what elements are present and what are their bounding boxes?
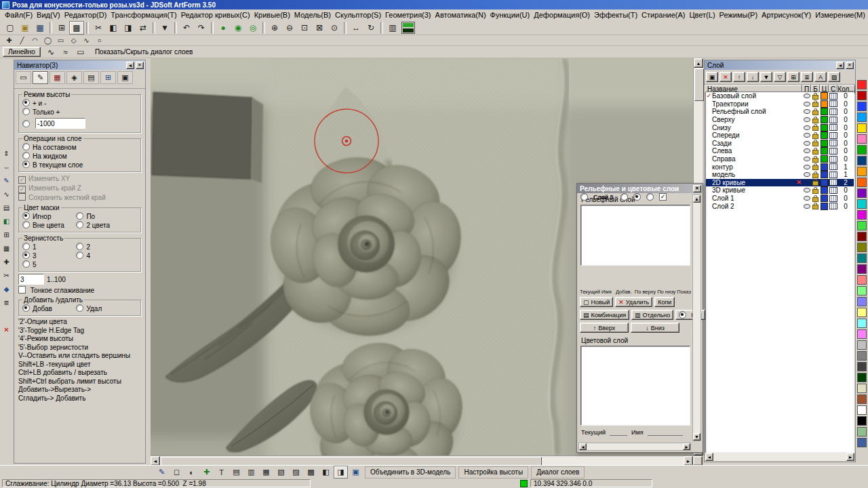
cut-tool-icon[interactable]: ✂ bbox=[1, 270, 13, 281]
copy-layer-button[interactable]: Копи bbox=[654, 297, 675, 307]
lock-icon[interactable] bbox=[812, 102, 818, 107]
bb-relief3-icon[interactable]: ▦ bbox=[259, 466, 273, 479]
zoom-in-icon[interactable]: ⊕ bbox=[267, 21, 282, 35]
layer-row[interactable]: ✓ 2D кривые ✕ 2 bbox=[706, 179, 854, 187]
layer-row[interactable]: ✓ Справа ✕ 0 bbox=[706, 155, 854, 163]
dock-icon[interactable]: ◄ bbox=[126, 62, 134, 69]
visibility-icon[interactable] bbox=[804, 125, 810, 130]
layer-grid-icon[interactable] bbox=[829, 163, 837, 170]
menu-item[interactable]: Кривые(B) bbox=[252, 10, 292, 20]
point-icon[interactable]: ● bbox=[216, 21, 231, 35]
layer-row[interactable]: ✓ Слева ✕ 0 bbox=[706, 147, 854, 155]
lock-icon[interactable] bbox=[812, 189, 818, 194]
layer-color-chip[interactable] bbox=[821, 124, 828, 131]
height-mode-option[interactable]: + и - bbox=[22, 99, 137, 108]
palette-color[interactable] bbox=[857, 362, 867, 371]
relief-layer-listbox[interactable] bbox=[580, 205, 690, 266]
layer-grid-icon[interactable] bbox=[829, 195, 837, 202]
palette-color[interactable] bbox=[857, 232, 867, 241]
visibility-icon[interactable] bbox=[804, 117, 810, 122]
visibility-icon[interactable] bbox=[804, 109, 810, 114]
layer-row[interactable]: ✓ модель ✕ 1 bbox=[706, 171, 854, 179]
lock-icon[interactable] bbox=[812, 95, 818, 100]
separate-button[interactable]: ▥ Отдельно bbox=[631, 310, 673, 320]
bb-relief5-icon[interactable]: ▨ bbox=[289, 466, 303, 479]
tab-layers-icon[interactable]: ⊞ bbox=[100, 71, 116, 84]
grain-option[interactable]: 4 bbox=[76, 251, 130, 260]
close-icon[interactable]: ✕ bbox=[136, 62, 144, 69]
layer-ops-option[interactable]: В текущем слое bbox=[22, 161, 137, 169]
rhombus-icon[interactable]: ◇ bbox=[67, 35, 80, 46]
visibility-icon[interactable] bbox=[804, 102, 810, 106]
menu-item[interactable]: Скульптор(S) bbox=[333, 10, 383, 20]
menu-item[interactable]: Функции(U) bbox=[488, 10, 532, 20]
layer-color-chip[interactable] bbox=[821, 195, 828, 202]
marquee-select-icon[interactable]: ▩ bbox=[69, 21, 84, 35]
palette-color[interactable] bbox=[857, 275, 867, 285]
palette-color[interactable] bbox=[857, 416, 867, 426]
layer-row[interactable]: ✓ Базовый слой ✕ 0 bbox=[706, 92, 854, 100]
menu-item[interactable]: Файл(F) bbox=[3, 10, 35, 20]
circle-icon[interactable]: ◯ bbox=[41, 35, 54, 46]
lock-icon[interactable] bbox=[812, 150, 818, 155]
layer-color-chip[interactable] bbox=[821, 131, 828, 139]
palette-color[interactable] bbox=[857, 308, 867, 317]
tab-sculpt-icon[interactable]: ✎ bbox=[33, 71, 48, 84]
layer-props-icon[interactable]: ▨ bbox=[828, 72, 840, 82]
arc-icon[interactable]: ◠ bbox=[28, 35, 41, 46]
palette-color[interactable] bbox=[857, 373, 867, 382]
flat-icon[interactable]: ▭ bbox=[73, 45, 88, 59]
rotate-view-icon[interactable]: ↻ bbox=[363, 21, 378, 35]
dialog-caption[interactable]: Рельефные и цветовые слои ✕ bbox=[577, 184, 703, 193]
color-layer-listbox[interactable] bbox=[580, 346, 690, 426]
palette-color[interactable] bbox=[857, 243, 867, 252]
layer-color-chip[interactable] bbox=[821, 116, 828, 123]
by-bottom-radio[interactable] bbox=[646, 193, 654, 201]
toolbar-icon[interactable] bbox=[344, 22, 347, 34]
vscroll-thumb[interactable] bbox=[694, 68, 704, 101]
bb-half1-icon[interactable]: ◧ bbox=[319, 466, 333, 479]
layer-grid-icon[interactable] bbox=[829, 132, 837, 139]
menu-item[interactable]: Редактор(D) bbox=[62, 10, 109, 20]
layer-up-icon[interactable]: ↑ bbox=[733, 72, 745, 82]
smooth-wave-icon[interactable]: ≈ bbox=[58, 45, 73, 59]
bb-relief6-icon[interactable]: ▩ bbox=[304, 466, 318, 479]
tab-settings-icon[interactable]: ▣ bbox=[117, 71, 133, 84]
tab-grid-icon[interactable]: ▦ bbox=[50, 71, 65, 84]
layer-color-chip[interactable] bbox=[821, 163, 828, 171]
toggle-layers-dialog-button[interactable]: Показать/Скрыть диалог слоев bbox=[91, 48, 197, 56]
menu-item[interactable]: Эффекты(T) bbox=[592, 10, 639, 20]
bb-relief4-icon[interactable]: ▧ bbox=[274, 466, 288, 479]
lock-icon[interactable] bbox=[812, 142, 818, 146]
menu-item[interactable]: Измерение(M) bbox=[813, 10, 867, 20]
by-top-radio[interactable] bbox=[633, 193, 641, 201]
height-limit-radio[interactable] bbox=[22, 120, 30, 127]
menu-item[interactable]: Автоматика(N) bbox=[433, 10, 488, 20]
view-shade-icon[interactable]: ▥ bbox=[385, 21, 400, 35]
mask-color-option[interactable]: По bbox=[76, 212, 130, 221]
mesh-tool-icon[interactable]: ▦ bbox=[1, 243, 13, 254]
palette-color[interactable] bbox=[857, 134, 867, 144]
new-icon[interactable]: ▢ bbox=[3, 21, 18, 35]
menu-item[interactable]: Цвет(L) bbox=[687, 10, 717, 20]
bb-draw-icon[interactable]: ✎ bbox=[155, 466, 169, 479]
show-checkbox[interactable] bbox=[659, 193, 667, 201]
toolbar-icon[interactable] bbox=[174, 22, 177, 34]
palette-color[interactable] bbox=[857, 264, 867, 274]
visibility-icon[interactable] bbox=[804, 196, 810, 201]
stamp-tool-icon[interactable]: ▤ bbox=[1, 202, 13, 214]
line-icon[interactable]: ╱ bbox=[16, 35, 28, 46]
list-tool-icon[interactable]: ≣ bbox=[1, 297, 13, 308]
layer-row[interactable]: ✓ Слой 1 ✕ 0 bbox=[706, 195, 854, 203]
redo-icon[interactable]: ↷ bbox=[194, 21, 209, 35]
layer-filter-icon[interactable]: ▽ bbox=[774, 72, 786, 82]
bb-erase-icon[interactable]: ◻ bbox=[170, 466, 184, 479]
linear-mode-button[interactable]: Линейно bbox=[3, 47, 41, 57]
delete-layer-button[interactable]: ✕ Удалить bbox=[615, 297, 652, 307]
grain-option[interactable]: 2 bbox=[76, 243, 130, 251]
layer-color-chip[interactable] bbox=[821, 108, 828, 115]
navigator-checkbox[interactable]: Изменить XY bbox=[18, 174, 141, 184]
layer-color-chip[interactable] bbox=[821, 186, 828, 194]
visibility-icon[interactable] bbox=[804, 133, 810, 138]
bb-relief1-icon[interactable]: ▤ bbox=[229, 466, 243, 479]
